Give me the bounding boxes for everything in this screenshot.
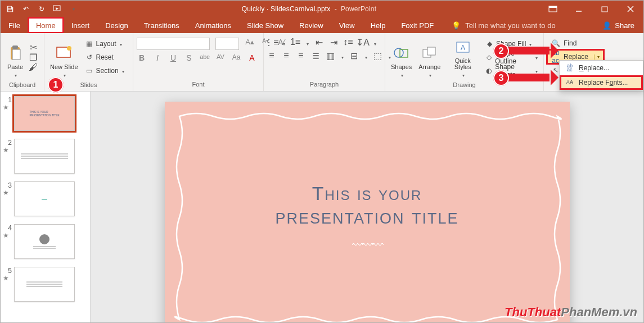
minimize-icon[interactable] <box>566 1 592 17</box>
ribbon-options-icon[interactable] <box>540 1 566 17</box>
reset-button[interactable]: ↺Reset <box>83 51 127 63</box>
ribbon: Paste ✂ ❐ 🖌 Clipboard New Slide <box>1 33 643 92</box>
tab-slideshow[interactable]: Slide Show <box>239 17 291 33</box>
svg-text:A: A <box>461 44 465 52</box>
thumb-number: 2 <box>3 139 12 147</box>
save-icon[interactable] <box>5 4 15 14</box>
bold-button[interactable]: B <box>137 53 147 62</box>
tab-home[interactable]: Home <box>28 17 64 33</box>
thumb-number: 1 <box>3 96 12 104</box>
close-icon[interactable] <box>618 1 643 17</box>
strike-button[interactable]: abc <box>200 53 210 62</box>
align-left-icon[interactable]: ≡ <box>267 51 276 60</box>
align-center-icon[interactable]: ≡ <box>282 51 291 60</box>
arrow-2 <box>508 47 550 54</box>
slide[interactable]: This is your presentation title 〰〰〰 <box>165 102 570 322</box>
menuitem-replace-fonts[interactable]: AA Replace Fonts... <box>560 75 643 90</box>
tab-design[interactable]: Design <box>97 17 136 33</box>
grow-font-icon[interactable]: A▴ <box>245 38 255 50</box>
thumbnail-panel: 1★ THIS IS YOURPRESENTATION TITLE 2★ 3★ … <box>1 92 91 322</box>
start-from-beginning-icon[interactable] <box>52 4 62 14</box>
group-drawing: Shapes Arrange A Quick Styles ◆Shape Fil… <box>385 33 544 91</box>
font-color-button[interactable]: A <box>247 53 257 62</box>
arrange-button[interactable]: Arrange <box>416 35 443 79</box>
quick-styles-icon: A <box>454 39 472 57</box>
thumb-4[interactable] <box>14 224 75 259</box>
callout-1: 1 <box>48 77 64 93</box>
shapes-button[interactable]: Shapes <box>389 35 414 79</box>
justify-icon[interactable]: ≣ <box>311 51 320 60</box>
svg-rect-10 <box>12 46 18 49</box>
thumb-3[interactable]: ▬▬ <box>14 181 75 216</box>
dec-indent-icon[interactable]: ⇤ <box>314 38 323 47</box>
format-painter-icon[interactable]: 🖌 <box>29 63 38 72</box>
thumb-animation-icon: ★ <box>3 147 12 153</box>
redo-icon[interactable]: ↻ <box>37 4 47 14</box>
shapes-label: Shapes <box>391 63 412 70</box>
replace-dropdown-icon[interactable]: ▾ <box>594 54 600 60</box>
tab-file[interactable]: File <box>1 17 28 33</box>
document-name: Quickly · SlidesCarnival.pptx <box>242 5 331 13</box>
new-slide-button[interactable]: New Slide <box>48 35 80 79</box>
ribbon-tabs: File Home Insert Design Transitions Anim… <box>1 17 643 33</box>
tab-review[interactable]: Review <box>291 17 331 33</box>
copy-icon[interactable]: ❐ <box>29 53 38 62</box>
drawing-label: Drawing <box>385 81 543 91</box>
tell-me-text: Tell me what you want to do <box>465 21 593 30</box>
maximize-icon[interactable] <box>592 1 618 17</box>
thumb-5[interactable] <box>14 267 75 302</box>
numbering-icon[interactable]: 1≡ <box>291 38 300 47</box>
thumb-2[interactable] <box>14 139 75 174</box>
shadow-button[interactable]: S <box>184 53 194 62</box>
reset-icon: ↺ <box>85 53 94 62</box>
bullets-icon[interactable]: ⋮≡ <box>267 38 276 47</box>
change-case-button[interactable]: Aa <box>231 53 241 62</box>
menuitem-replace[interactable]: abac Replace... <box>560 61 643 75</box>
tab-transitions[interactable]: Transitions <box>136 17 187 33</box>
shape-outline-icon: ◇ <box>485 53 493 62</box>
share-icon: 👤 <box>602 21 611 30</box>
italic-button[interactable]: I <box>152 53 163 62</box>
workspace: 1★ THIS IS YOURPRESENTATION TITLE 2★ 3★ … <box>1 92 643 322</box>
inc-indent-icon[interactable]: ⇥ <box>329 38 338 47</box>
shape-effects-icon: ◐ <box>485 66 493 75</box>
paste-button[interactable]: Paste <box>4 35 26 79</box>
tab-foxit[interactable]: Foxit PDF <box>393 17 442 33</box>
thumb-animation-icon: ★ <box>3 275 12 281</box>
share-button[interactable]: 👤 Share <box>593 17 643 33</box>
cut-icon[interactable]: ✂ <box>29 43 38 52</box>
svg-point-13 <box>67 46 71 51</box>
quick-access-toolbar: ↶ ↻ <box>1 4 78 14</box>
text-direction-icon[interactable]: ↧A <box>358 38 367 47</box>
columns-icon[interactable]: ▥ <box>326 51 335 60</box>
clipboard-label: Clipboard <box>1 81 44 91</box>
group-editing: 🔍 Find abac Replace ▾ ↖ Select <box>544 33 643 91</box>
line-spacing-icon[interactable]: ↕≡ <box>344 38 353 47</box>
tab-insert[interactable]: Insert <box>64 17 98 33</box>
thumb-number: 4 <box>3 224 12 232</box>
thumb-1[interactable]: THIS IS YOURPRESENTATION TITLE <box>14 96 75 131</box>
layout-button[interactable]: ▦Layout <box>83 38 127 50</box>
tab-help[interactable]: Help <box>363 17 394 33</box>
underline-button[interactable]: U <box>168 53 178 62</box>
thumb-number: 5 <box>3 267 12 275</box>
replace-label: Replace <box>564 53 588 61</box>
font-name-input[interactable] <box>137 38 210 50</box>
new-slide-icon <box>55 44 73 62</box>
window-title: Quickly · SlidesCarnival.pptx - PowerPoi… <box>78 5 540 13</box>
align-right-icon[interactable]: ≡ <box>296 51 305 60</box>
font-size-input[interactable] <box>215 38 239 50</box>
tab-animations[interactable]: Animations <box>187 17 239 33</box>
undo-icon[interactable]: ↶ <box>21 4 31 14</box>
callout-2: 2 <box>493 43 509 59</box>
group-paragraph: ⋮≡ 1≡ ⇤ ⇥ ↕≡ ↧A ≡ ≡ ≡ ≣ ▥ ⊟ ⬚ Paragraph <box>264 33 385 91</box>
thumb-animation-icon: ★ <box>3 189 12 196</box>
section-button[interactable]: ▭Section <box>83 65 127 77</box>
quick-styles-button[interactable]: A Quick Styles <box>445 35 480 79</box>
tab-view[interactable]: View <box>331 17 363 33</box>
char-spacing-button[interactable]: AV <box>215 53 226 62</box>
qat-customize-icon[interactable] <box>68 4 78 14</box>
smartart-icon[interactable]: ⬚ <box>373 51 382 60</box>
tell-me[interactable]: 💡 Tell me what you want to do <box>442 17 593 33</box>
align-text-icon[interactable]: ⊟ <box>349 51 358 60</box>
